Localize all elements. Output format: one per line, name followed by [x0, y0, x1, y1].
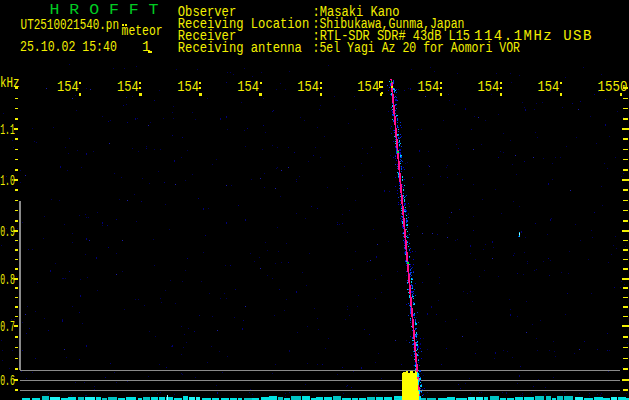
svg-text:154: 154	[297, 79, 319, 95]
svg-text:H R O F F T: H R O F F T	[50, 2, 159, 18]
svg-text:25.10.02 15:40: 25.10.02 15:40	[20, 39, 117, 55]
svg-text:154: 154	[357, 79, 379, 95]
svg-text:Receiving antenna: Receiving antenna	[178, 40, 302, 56]
svg-text::5el Yagi Az 20 for Aomori VOR: :5el Yagi Az 20 for Aomori VOR	[313, 40, 521, 56]
svg-text:0.8: 0.8	[0, 272, 15, 288]
svg-text:154: 154	[117, 79, 139, 95]
svg-text:154: 154	[237, 79, 259, 95]
svg-text:154: 154	[177, 79, 199, 95]
svg-text:meteor: meteor	[122, 23, 163, 39]
svg-text:0.6: 0.6	[0, 373, 15, 389]
svg-text:154: 154	[417, 79, 439, 95]
svg-text:1550: 1550	[598, 79, 628, 95]
svg-text:kHz: kHz	[0, 75, 20, 91]
svg-text:154: 154	[57, 79, 79, 95]
svg-text:154: 154	[477, 79, 499, 95]
svg-text:0.9: 0.9	[0, 224, 15, 240]
svg-text:UT2510021540.pn: UT2510021540.pn	[21, 17, 119, 33]
svg-text:1.0: 1.0	[0, 173, 15, 189]
svg-text:1.1: 1.1	[0, 122, 15, 138]
svg-text:154: 154	[538, 79, 560, 95]
svg-text:0.7: 0.7	[0, 319, 15, 335]
